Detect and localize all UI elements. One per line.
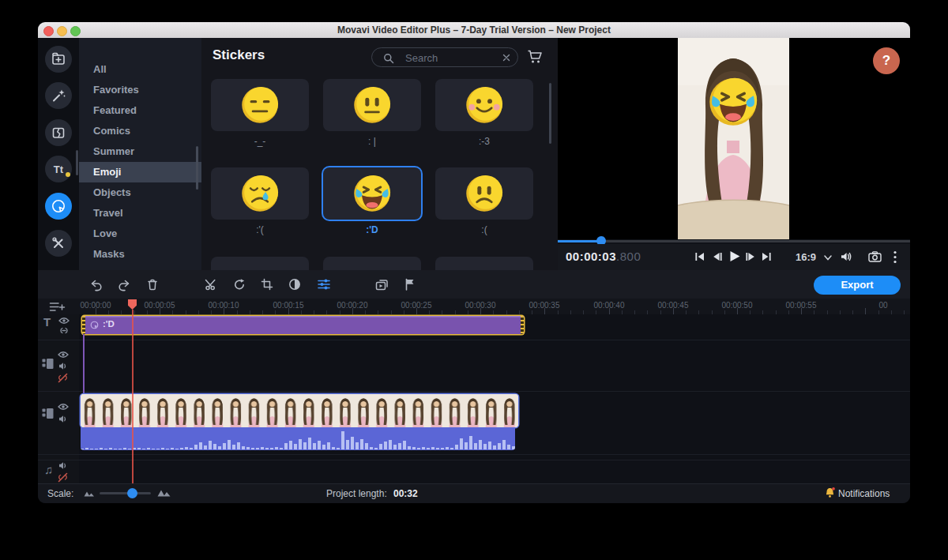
filters-button[interactable] xyxy=(45,82,72,109)
filters-wand-icon xyxy=(50,87,67,104)
add-track-icon[interactable] xyxy=(49,301,66,313)
sticker-store-cart-icon[interactable] xyxy=(527,49,544,65)
title-track-icon: T xyxy=(43,315,51,329)
split-button[interactable] xyxy=(204,277,218,291)
previous-frame-button[interactable] xyxy=(711,250,724,263)
video-track-type-icon xyxy=(42,358,54,370)
sticker-label: :'( xyxy=(211,224,309,235)
timeline-scale-slider[interactable] xyxy=(100,492,151,494)
sticker-clip-icon xyxy=(89,320,100,330)
category-summer[interactable]: Summer xyxy=(79,141,201,162)
export-button[interactable]: Export xyxy=(814,276,901,295)
category-objects[interactable]: Objects xyxy=(79,182,201,203)
sticker-tile-neutral[interactable] xyxy=(323,79,421,131)
sticker-tile-partial[interactable] xyxy=(211,257,309,270)
zoom-in-mountains-icon[interactable] xyxy=(157,487,171,497)
rotate-button[interactable] xyxy=(232,277,246,291)
clip-left-trim-handle[interactable] xyxy=(82,316,85,334)
chevron-down-icon xyxy=(824,255,832,261)
audio-waveform xyxy=(81,427,515,450)
tool-rail: Tt xyxy=(38,38,79,270)
video-clip-filmstrip xyxy=(81,394,518,427)
track-mute-speaker-icon[interactable] xyxy=(58,415,68,423)
track-visibility-eye-icon[interactable] xyxy=(58,403,69,411)
search-input[interactable] xyxy=(404,49,494,67)
skip-to-end-button[interactable] xyxy=(760,250,773,263)
sticker-tile-crying[interactable] xyxy=(211,167,309,220)
screen: Movavi Video Editor Plus – 7-Day Trial V… xyxy=(0,0,948,560)
sticker-tile-laugh-cry-selected[interactable] xyxy=(323,167,421,220)
stickers-scrollbar[interactable] xyxy=(549,83,551,144)
crop-button[interactable] xyxy=(260,277,274,291)
zoom-out-mountains-icon[interactable] xyxy=(84,490,95,497)
track-mute-speaker-icon[interactable] xyxy=(58,461,68,470)
titles-button[interactable]: Tt xyxy=(45,156,72,182)
timeline[interactable]: T xyxy=(38,314,910,483)
track-unlink-icon[interactable] xyxy=(57,472,69,483)
frame-back-icon xyxy=(711,250,724,263)
track-unlink-icon[interactable] xyxy=(57,373,69,383)
stickers-button[interactable] xyxy=(45,193,72,220)
snapshot-button[interactable] xyxy=(868,251,882,262)
more-tools-button[interactable] xyxy=(45,230,72,257)
category-favorites[interactable]: Favorites xyxy=(79,80,201,100)
transitions-button[interactable] xyxy=(45,119,72,146)
delete-button[interactable] xyxy=(145,277,160,291)
sticker-tile-expressionless[interactable] xyxy=(211,79,309,131)
notifications-bell-icon[interactable] xyxy=(824,487,836,499)
track-link-icon[interactable] xyxy=(58,327,70,334)
rail-scrollbar[interactable] xyxy=(76,150,78,175)
notifications-label[interactable]: Notifications xyxy=(838,488,890,499)
picture-in-picture-icon xyxy=(374,277,389,291)
add-media-button[interactable] xyxy=(45,46,72,73)
play-button[interactable] xyxy=(727,249,741,264)
timeline-scale-knob[interactable] xyxy=(127,488,137,498)
stickers-icon xyxy=(50,197,67,215)
undo-button[interactable] xyxy=(88,277,103,291)
seek-bar[interactable] xyxy=(558,240,910,242)
volume-button[interactable] xyxy=(840,250,853,263)
search-box[interactable] xyxy=(371,47,518,67)
category-list: All Favorites Featured Comics Summer Emo… xyxy=(79,38,201,270)
track-mute-speaker-icon[interactable] xyxy=(58,362,68,370)
sticker-tile-sad[interactable] xyxy=(435,167,533,220)
sticker-tile-partial[interactable] xyxy=(435,257,533,270)
preview-menu-button[interactable] xyxy=(893,250,897,264)
play-icon xyxy=(727,249,741,264)
project-length-value: 00:32 xyxy=(393,488,418,499)
sticker-tile-partial[interactable] xyxy=(323,257,421,270)
help-button[interactable]: ? xyxy=(873,47,900,74)
category-featured[interactable]: Featured xyxy=(79,100,201,121)
skip-to-start-button[interactable] xyxy=(694,250,706,263)
category-emoji[interactable]: Emoji xyxy=(79,162,201,182)
clear-search-icon[interactable] xyxy=(502,54,510,62)
sticker-label: :( xyxy=(435,224,533,235)
track-visibility-eye-icon[interactable] xyxy=(58,351,69,359)
timeline-ruler[interactable]: 00:00:00 00:00:05 00:00:10 00:00:15 00:0… xyxy=(38,299,910,314)
sticker-label: :-3 xyxy=(435,136,533,147)
category-masks[interactable]: Masks xyxy=(79,244,201,265)
project-length-label: Project length: xyxy=(326,488,387,499)
next-frame-button[interactable] xyxy=(744,250,757,263)
category-scrollbar[interactable] xyxy=(196,146,198,190)
sticker-clip[interactable]: :'D xyxy=(82,316,524,334)
audio-clip[interactable] xyxy=(81,427,515,450)
overlay-wizard-button[interactable] xyxy=(374,277,389,291)
category-all[interactable]: All xyxy=(79,59,201,80)
contrast-icon xyxy=(288,277,302,291)
clip-properties-button[interactable] xyxy=(317,277,331,291)
category-love[interactable]: Love xyxy=(79,224,201,244)
titles-icon: Tt xyxy=(54,163,63,175)
aspect-ratio-dropdown[interactable]: 16:9 xyxy=(796,251,816,263)
preview-video-frame xyxy=(678,38,789,239)
track-visibility-eye-icon[interactable] xyxy=(58,317,70,325)
category-comics[interactable]: Comics xyxy=(79,121,201,141)
playhead-line xyxy=(132,310,134,483)
redo-button[interactable] xyxy=(118,277,132,291)
category-travel[interactable]: Travel xyxy=(79,203,201,224)
marker-button[interactable] xyxy=(404,277,416,291)
clip-right-trim-handle[interactable] xyxy=(521,316,524,334)
color-adjust-button[interactable] xyxy=(288,277,302,291)
sticker-tile-smile-blush[interactable] xyxy=(435,79,533,131)
video-clip[interactable] xyxy=(81,394,518,427)
